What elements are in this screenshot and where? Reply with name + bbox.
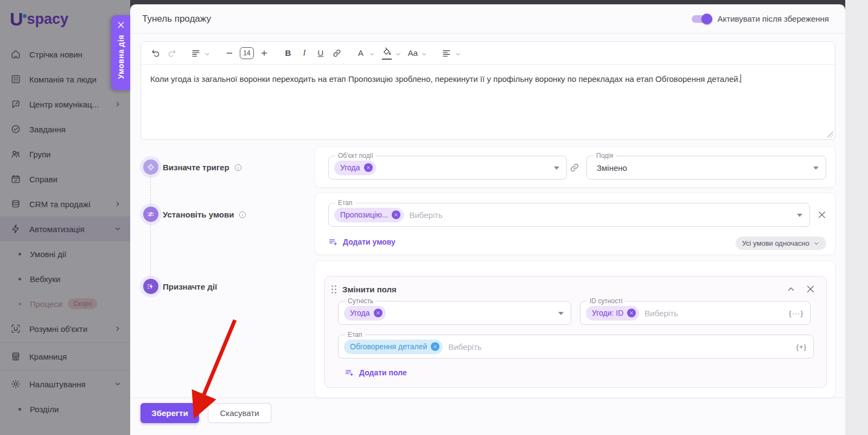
chevron-down-icon[interactable] xyxy=(204,50,210,56)
decrease-font-button[interactable] xyxy=(222,46,237,60)
redo-button[interactable] xyxy=(165,46,179,60)
chevron-down-icon[interactable] xyxy=(455,50,461,56)
chip-label: Пропозицію... xyxy=(340,210,388,219)
chip-label: Угода xyxy=(350,309,370,317)
chip-remove-icon[interactable] xyxy=(627,309,636,317)
step-connector-line xyxy=(150,176,151,280)
dropdown-caret-icon[interactable] xyxy=(558,312,564,315)
entity-id-select[interactable]: ID сутності Угоди: ID Виберіть {···} xyxy=(580,301,810,325)
resize-handle[interactable] xyxy=(827,132,833,138)
app-window: U spacy Стрічка новин Компанія та люди Ц… xyxy=(0,0,868,435)
chip-label: Угода xyxy=(340,163,360,172)
link-fields-icon[interactable] xyxy=(569,162,580,173)
field-label: Сутність xyxy=(345,297,376,305)
chip-remove-icon[interactable] xyxy=(374,309,382,317)
increase-font-button[interactable] xyxy=(257,46,271,60)
conditions-step-label: Установіть умови xyxy=(163,210,247,219)
change-fields-header: Змінити поля xyxy=(325,282,826,296)
footer-divider xyxy=(130,398,845,398)
event-object-select[interactable]: Об'єкт події Угода xyxy=(328,156,567,180)
step-label-text: Визначте тригер xyxy=(163,163,229,172)
activate-toggle[interactable] xyxy=(692,15,711,23)
font-color-button[interactable]: A xyxy=(354,46,368,60)
trigger-step-label: Визначте тригер xyxy=(163,163,242,172)
close-icon[interactable] xyxy=(117,21,125,29)
drag-handle-icon[interactable] xyxy=(331,285,336,293)
conditions-card: Етап Пропозицію... Виберіть Додати умову… xyxy=(315,193,835,255)
entity-chip: Угода xyxy=(344,306,386,321)
drawer-header: Тунель продажу Активувати після збережен… xyxy=(130,4,845,34)
chevron-down-icon[interactable] xyxy=(395,50,401,56)
align-button[interactable] xyxy=(439,46,454,60)
field-label: Етап xyxy=(345,331,365,339)
insert-link-button[interactable] xyxy=(330,46,344,60)
cancel-button[interactable]: Скасувати xyxy=(208,403,271,423)
field-label: ID сутності xyxy=(587,297,625,305)
change-fields-block: Змінити поля Сутність Угода ID сутності … xyxy=(324,276,827,388)
conditions-step-icon xyxy=(143,207,158,222)
info-icon[interactable] xyxy=(234,163,242,172)
event-object-chip: Угода xyxy=(334,161,376,175)
italic-button[interactable]: I xyxy=(297,46,311,60)
add-value-icon[interactable]: {+} xyxy=(796,343,807,351)
entity-id-chip: Угоди: ID xyxy=(586,306,639,321)
collapse-icon[interactable] xyxy=(786,284,796,294)
field-placeholder: Виберіть xyxy=(409,210,443,220)
conditional-action-drawer: Тунель продажу Активувати після збережен… xyxy=(130,4,845,435)
actions-card: Змінити поля Сутність Угода ID сутності … xyxy=(315,260,835,398)
chip-label: Угоди: ID xyxy=(592,309,623,317)
action-stage-select[interactable]: Етап Обговорення деталей Виберіть {+} xyxy=(338,335,814,359)
event-value: Змінено xyxy=(597,163,627,172)
add-condition-button[interactable]: Додати умову xyxy=(328,237,395,247)
chevron-down-icon xyxy=(813,240,820,247)
action-stage-chip: Обговорення деталей xyxy=(344,340,443,354)
remove-condition-icon[interactable] xyxy=(817,210,827,220)
entity-select[interactable]: Сутність Угода xyxy=(338,301,571,325)
chip-label: Обговорення деталей xyxy=(350,342,427,351)
event-select[interactable]: Подія Змінено xyxy=(586,156,826,180)
chip-remove-icon[interactable] xyxy=(431,342,439,351)
field-label: Етап xyxy=(335,199,355,207)
text-case-button[interactable]: Aa xyxy=(406,46,420,60)
field-placeholder: Виберіть xyxy=(448,342,482,351)
chevron-down-icon[interactable] xyxy=(369,50,375,56)
add-field-button[interactable]: Додати поле xyxy=(344,368,407,378)
insert-variable-icon[interactable]: {···} xyxy=(789,309,803,317)
editor-text: Коли угода із загальної воронки переходи… xyxy=(150,74,741,84)
line-height-button[interactable] xyxy=(189,46,203,60)
drawer-side-tab[interactable]: Умовна дія xyxy=(111,15,130,90)
dropdown-caret-icon[interactable] xyxy=(813,167,819,170)
actions-step-label: Призначте дії xyxy=(163,282,217,291)
conditions-mode-select[interactable]: Усі умови одночасно xyxy=(736,236,826,250)
chip-remove-icon[interactable] xyxy=(392,210,400,219)
bold-button[interactable]: B xyxy=(281,46,295,60)
save-button[interactable]: Зберегти xyxy=(141,403,199,423)
step-label-text: Призначте дії xyxy=(163,282,217,291)
text-cursor xyxy=(741,74,741,83)
step-label-text: Установіть умови xyxy=(163,210,234,219)
field-label: Об'єкт події xyxy=(335,152,376,160)
chip-remove-icon[interactable] xyxy=(364,163,373,172)
change-fields-title: Змінити поля xyxy=(342,285,776,294)
trigger-step-icon xyxy=(143,159,158,175)
modal-backdrop[interactable] xyxy=(0,0,130,435)
close-icon[interactable] xyxy=(806,284,815,294)
font-size-value[interactable]: 14 xyxy=(240,47,254,59)
activate-toggle-label: Активувати після збереження xyxy=(718,14,829,23)
description-editor: 14 B I U A Aa Коли угода із загальної во… xyxy=(141,41,835,140)
editor-text-area[interactable]: Коли угода із загальної воронки переходи… xyxy=(141,65,835,94)
underline-button[interactable]: U xyxy=(314,46,328,60)
dropdown-caret-icon[interactable] xyxy=(554,167,559,170)
condition-stage-select[interactable]: Етап Пропозицію... Виберіть xyxy=(328,203,810,227)
undo-button[interactable] xyxy=(149,46,163,60)
condition-stage-chip: Пропозицію... xyxy=(334,208,404,222)
chevron-down-icon[interactable] xyxy=(421,50,427,56)
conditions-mode-label: Усі умови одночасно xyxy=(742,239,809,247)
field-label: Подія xyxy=(593,152,616,160)
add-field-label: Додати поле xyxy=(359,368,407,377)
dropdown-caret-icon[interactable] xyxy=(797,214,802,217)
activate-toggle-group: Активувати після збереження xyxy=(692,14,829,23)
scrollbar-track[interactable] xyxy=(845,0,868,435)
highlight-color-button[interactable] xyxy=(380,46,394,60)
info-icon[interactable] xyxy=(238,210,247,219)
